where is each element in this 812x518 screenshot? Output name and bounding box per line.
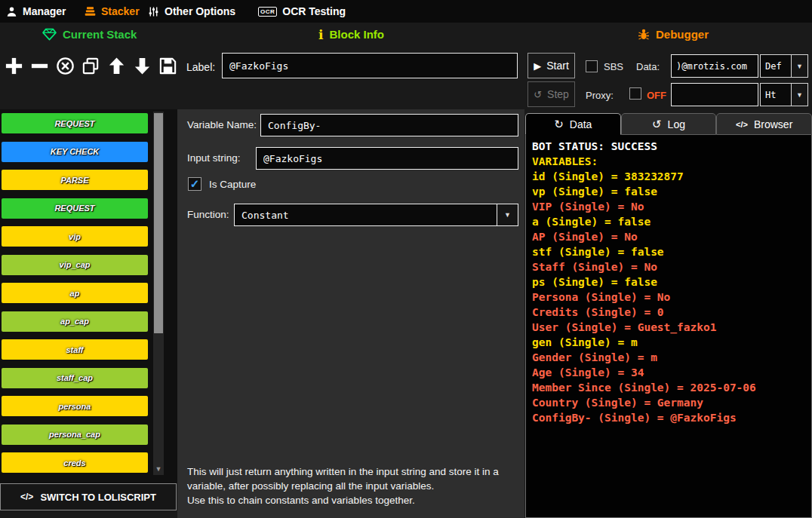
wordlist-type-value: Def <box>761 55 791 77</box>
current-stack-title: Current Stack <box>63 28 137 41</box>
check-icon: ✓ <box>190 179 200 189</box>
minus-icon <box>29 56 50 76</box>
switch-to-loliscript-button[interactable]: </> SWITCH TO LOLISCRIPT <box>0 483 177 510</box>
stack-block[interactable]: staff_cap <box>2 368 148 388</box>
refresh-icon: ↻ <box>554 118 564 131</box>
menubar: Manager Stacker Other Options OCR OCR Te… <box>0 0 812 23</box>
log-line: BOT STATUS: SUCCESS <box>532 139 811 154</box>
stack-block[interactable]: persona_cap <box>2 425 148 445</box>
block-info-title: Block Info <box>329 28 384 41</box>
block-info-header: i Block Info <box>318 28 384 41</box>
log-line: ps (Single) = false <box>532 274 811 290</box>
save-icon <box>158 56 178 76</box>
tab-log[interactable]: ↺ Log <box>621 113 717 135</box>
log-line: vp (Single) = false <box>532 184 811 199</box>
menu-item-stacker[interactable]: Stacker <box>85 0 140 23</box>
gem-icon <box>42 28 57 41</box>
log-line: Country (Single) = Germany <box>532 395 811 410</box>
stack-block[interactable]: REQUEST <box>2 113 148 133</box>
scroll-down-arrow-icon[interactable]: ▼ <box>153 464 164 474</box>
log-line: Staff (Single) = No <box>532 259 811 274</box>
proxy-input[interactable] <box>671 83 758 106</box>
data-input[interactable] <box>671 54 758 78</box>
debugger-title: Debugger <box>656 28 709 41</box>
log-line: Persona (Single) = No <box>532 290 811 305</box>
menu-item-label: OCR Testing <box>282 5 346 17</box>
disable-block-button[interactable] <box>53 53 77 78</box>
stack-block[interactable]: KEY CHECK <box>2 142 148 162</box>
function-label: Function: <box>187 209 229 220</box>
proxy-checkbox[interactable] <box>629 87 641 100</box>
person-icon <box>6 6 17 17</box>
menu-item-label: Stacker <box>101 5 140 17</box>
plus-icon <box>4 56 24 76</box>
add-block-button[interactable] <box>2 53 26 78</box>
arrow-up-icon <box>106 56 127 76</box>
stack-block[interactable]: ap_cap <box>2 311 148 332</box>
step-button[interactable]: ↺ Step <box>527 81 575 107</box>
step-back-icon: ↺ <box>534 89 542 100</box>
input-string-input[interactable] <box>256 147 518 170</box>
proxy-type-dropdown[interactable]: Ht ▼ <box>760 83 808 106</box>
save-stack-button[interactable] <box>155 53 180 78</box>
menu-item-other-options[interactable]: Other Options <box>148 0 235 23</box>
menu-item-manager[interactable]: Manager <box>6 0 66 23</box>
block-label-caption: Label: <box>186 61 215 73</box>
log-line: a (Single) = false <box>532 214 811 229</box>
variable-name-input[interactable] <box>260 114 518 136</box>
tab-browser[interactable]: </> Browser <box>716 113 812 135</box>
move-block-down-button[interactable] <box>130 53 154 78</box>
stack-block[interactable]: PARSE <box>2 170 148 190</box>
log-line: VIP (Single) = No <box>532 199 811 214</box>
stack-block[interactable]: creds <box>2 452 148 473</box>
clone-block-button[interactable] <box>78 53 103 78</box>
function-value: Constant <box>235 204 497 225</box>
log-line: id (Single) = 383232877 <box>532 169 811 184</box>
scrollbar-thumb[interactable] <box>154 113 163 333</box>
chevron-down-icon[interactable]: ▼ <box>791 55 807 77</box>
log-line: Age (Single) = 34 <box>532 365 811 380</box>
stack-scrollbar[interactable]: ▼ <box>153 112 164 475</box>
arrow-down-icon <box>132 56 152 76</box>
chevron-down-icon[interactable]: ▼ <box>791 84 807 106</box>
stack-block[interactable]: persona <box>2 396 148 416</box>
block-info-panel: Variable Name: Input string: ✓ Is Captur… <box>177 109 524 518</box>
wordlist-type-dropdown[interactable]: Def ▼ <box>760 54 808 78</box>
stack-block[interactable]: ap <box>2 283 148 303</box>
proxy-label: Proxy: <box>586 90 614 101</box>
history-icon: ↺ <box>652 118 662 131</box>
variable-name-label: Variable Name: <box>187 119 257 130</box>
log-line: gen (Single) = m <box>532 335 811 350</box>
copy-icon <box>81 56 101 76</box>
tab-data[interactable]: ↻ Data <box>525 113 621 135</box>
menu-item-ocr-testing[interactable]: OCR OCR Testing <box>258 0 346 23</box>
log-line: VARIABLES: <box>532 154 811 169</box>
log-line: ConfigBy- (Single) = @FazkoFigs <box>532 410 811 425</box>
block-description-line1: This will just return anything written i… <box>187 464 519 493</box>
data-label: Data: <box>636 61 660 72</box>
log-line: Credits (Single) = 0 <box>532 305 811 320</box>
proxy-status: OFF <box>647 90 666 101</box>
debugger-log: BOT STATUS: SUCCESSVARIABLES:id (Single)… <box>525 135 812 518</box>
stack-block[interactable]: REQUEST <box>2 198 148 219</box>
chevron-down-icon[interactable]: ▼ <box>497 204 518 225</box>
log-line: Member Since (Single) = 2025-07-06 <box>532 380 811 395</box>
block-label-input[interactable] <box>222 53 518 78</box>
sliders-icon <box>148 6 159 17</box>
move-block-up-button[interactable] <box>104 53 128 78</box>
bug-icon <box>638 29 650 41</box>
function-dropdown[interactable]: Constant ▼ <box>234 204 518 226</box>
log-line: User (Single) = Guest_fazko1 <box>532 320 811 335</box>
stack-block[interactable]: vip_cap <box>2 255 148 275</box>
stack-block[interactable]: vip <box>2 226 148 247</box>
block-stack-list: REQUESTKEY CHECKPARSEREQUESTvipvip_capap… <box>2 113 148 481</box>
is-capture-checkbox[interactable]: ✓ <box>188 177 201 191</box>
stack-block[interactable]: staff <box>2 339 148 360</box>
debugger-header: Debugger <box>638 28 709 41</box>
remove-block-button[interactable] <box>27 53 51 78</box>
sbs-checkbox[interactable] <box>586 60 598 72</box>
log-line: AP (Single) = No <box>532 229 811 244</box>
start-button[interactable]: ▶ Start <box>527 53 575 78</box>
menu-item-label: Other Options <box>165 5 235 17</box>
switch-button-label: SWITCH TO LOLISCRIPT <box>40 492 156 503</box>
